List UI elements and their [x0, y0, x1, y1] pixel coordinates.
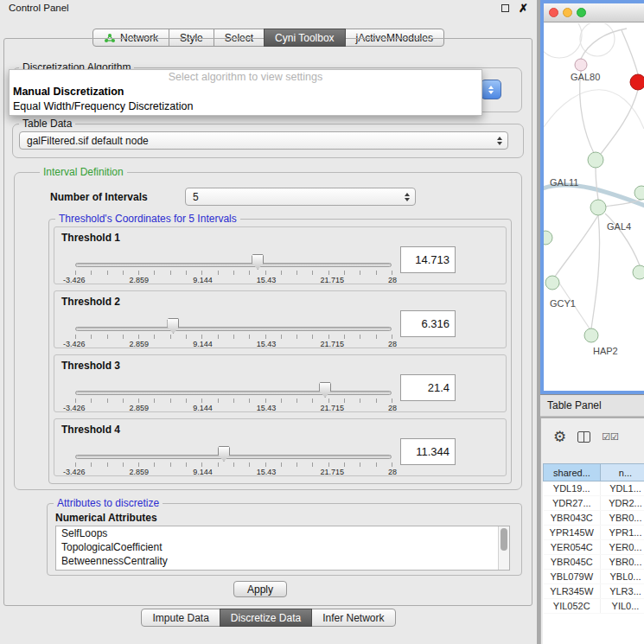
threshold-4-value-field[interactable]: 11.344	[400, 438, 456, 465]
cell[interactable]: YIL0...	[601, 599, 644, 614]
tab-cyni-toolbox[interactable]: Cyni Toolbox	[264, 29, 345, 47]
list-item[interactable]: BetweennessCentrality	[56, 554, 509, 568]
network-graph-canvas[interactable]: GAL80 GAL11 GAL4 GCY1 HAP2	[544, 23, 644, 391]
slider-scale: -3.426 2.859 9.144 15.43 21.715 28	[63, 468, 397, 476]
algorithm-combo-arrow-button[interactable]	[481, 80, 501, 99]
scrollbar-thumb[interactable]	[501, 528, 507, 551]
network-window-titlebar	[544, 3, 644, 22]
list-scrollbar[interactable]	[498, 526, 509, 570]
combo-spinner-icon	[497, 137, 502, 145]
cell[interactable]: YDR27...	[544, 496, 601, 511]
algorithm-option-equal-width-frequency[interactable]: Equal Width/Frequency Discretization	[10, 99, 481, 114]
list-item[interactable]: TopologicalCoefficient	[56, 540, 509, 554]
node-gal4[interactable]	[590, 200, 606, 215]
cell[interactable]: YDL1...	[601, 481, 644, 496]
table-row[interactable]: YBR045CYBR0...	[544, 555, 644, 570]
node[interactable]	[588, 152, 603, 168]
node-gcy1[interactable]	[545, 276, 559, 290]
cell[interactable]: YPR1...	[601, 526, 644, 540]
node-table: shared... n... YDL19...YDL1... YDR27...Y…	[543, 463, 644, 614]
slider-thumb[interactable]	[319, 382, 331, 398]
cell[interactable]: YBR045C	[544, 555, 601, 570]
table-row[interactable]: YER054CYER0...	[544, 540, 644, 555]
table-data-combo[interactable]: galFiltered.sif default node	[19, 131, 508, 150]
edge[interactable]	[622, 30, 638, 74]
down-arrow-icon	[488, 91, 494, 94]
table-data-combo-value: galFiltered.sif default node	[27, 135, 149, 147]
columns-icon[interactable]	[577, 431, 590, 443]
scale-label: 9.144	[193, 276, 213, 284]
cell[interactable]: YDR2...	[601, 496, 644, 511]
table-row[interactable]: YBR043CYBR0...	[544, 511, 644, 526]
node[interactable]	[544, 231, 552, 245]
cell[interactable]: YLR3...	[601, 584, 644, 599]
cell[interactable]: YIL052C	[544, 599, 601, 614]
tab-infer-network[interactable]: Infer Network	[311, 609, 395, 627]
scale-label: 15.43	[257, 276, 277, 284]
edge[interactable]	[555, 215, 598, 277]
list-item[interactable]: SelfLoops	[56, 526, 509, 540]
node[interactable]	[633, 265, 644, 279]
cell[interactable]: YBR043C	[544, 511, 601, 526]
zoom-traffic-light-icon[interactable]	[577, 8, 586, 17]
cell[interactable]: YBL0...	[601, 570, 644, 584]
cell[interactable]: YBL079W	[544, 570, 601, 584]
edge[interactable]	[580, 71, 594, 153]
node-hap2[interactable]	[584, 328, 598, 342]
apply-button[interactable]: Apply	[233, 581, 287, 597]
slider-scale: -3.426 2.859 9.144 15.43 21.715 28	[63, 276, 397, 284]
edge-arc	[544, 23, 582, 58]
column-header-name[interactable]: n...	[601, 464, 644, 481]
minimize-traffic-light-icon[interactable]	[563, 8, 572, 17]
float-window-icon[interactable]	[501, 4, 509, 12]
gear-icon[interactable]: ⚙	[553, 430, 566, 444]
edge[interactable]	[591, 215, 600, 328]
numerical-attributes-list[interactable]: SelfLoops TopologicalCoefficient Between…	[55, 526, 510, 571]
threshold-4-slider[interactable]: -3.426 2.859 9.144 15.43 21.715 28	[68, 443, 399, 476]
table-row[interactable]: YDL19...YDL1...	[544, 481, 644, 496]
threshold-3-slider[interactable]: -3.426 2.859 9.144 15.43 21.715 28	[68, 379, 399, 412]
table-row[interactable]: YBL079WYBL0...	[544, 570, 644, 584]
slider-thumb[interactable]	[252, 254, 264, 270]
threshold-2-slider[interactable]: -3.426 2.859 9.144 15.43 21.715 28	[68, 316, 399, 348]
table-row[interactable]: YPR145WYPR1...	[544, 526, 644, 540]
number-of-intervals-combo[interactable]: 5	[185, 188, 416, 206]
cell[interactable]: YPR145W	[544, 526, 601, 540]
selected-node[interactable]	[630, 74, 644, 90]
close-panel-icon[interactable]: ✗	[519, 3, 528, 14]
select-columns-icon[interactable]: ☑☑	[602, 432, 619, 442]
scale-label: 21.715	[320, 276, 344, 284]
threshold-1-slider[interactable]: -3.426 2.859 9.144 15.43 21.715 28	[68, 252, 399, 284]
table-row[interactable]: YIL052CYIL0...	[544, 599, 644, 614]
table-row[interactable]: YLR345WYLR3...	[544, 584, 644, 599]
scale-label: 28	[388, 276, 397, 284]
tab-infer-network-label: Infer Network	[322, 612, 384, 624]
scale-label: 9.144	[193, 340, 213, 348]
edge[interactable]	[596, 168, 598, 200]
scale-label: 15.43	[257, 468, 277, 476]
node[interactable]	[634, 186, 644, 200]
cell[interactable]: YER0...	[601, 540, 644, 555]
cell[interactable]: YDL19...	[544, 481, 601, 496]
threshold-2-value-field[interactable]: 6.316	[400, 310, 456, 337]
tab-discretize-data[interactable]: Discretize Data	[220, 609, 312, 627]
threshold-3-value-field[interactable]: 21.4	[400, 374, 456, 401]
threshold-1-box: Threshold 1 -3.426 2.859 9.144 15.43 21.…	[54, 226, 507, 284]
column-header-shared-name[interactable]: shared...	[544, 464, 601, 481]
algorithm-option-manual-discretization[interactable]: Manual Discretization	[10, 85, 481, 99]
control-panel-titlebar: Control Panel ✗	[0, 0, 537, 16]
edge[interactable]	[581, 29, 627, 59]
slider-thumb[interactable]	[218, 446, 230, 462]
edge[interactable]	[601, 90, 638, 154]
table-row[interactable]: YDR27...YDR2...	[544, 496, 644, 511]
cell[interactable]: YBR0...	[601, 511, 644, 526]
close-traffic-light-icon[interactable]	[549, 8, 558, 17]
node-gal80[interactable]	[575, 59, 587, 71]
threshold-1-value-field[interactable]: 14.713	[400, 246, 456, 273]
slider-thumb[interactable]	[167, 318, 179, 334]
scale-label: 2.859	[130, 340, 150, 348]
cell[interactable]: YLR345W	[544, 584, 601, 599]
cell[interactable]: YER054C	[544, 540, 601, 555]
tab-impute-data[interactable]: Impute Data	[141, 609, 220, 627]
cell[interactable]: YBR0...	[601, 555, 644, 570]
